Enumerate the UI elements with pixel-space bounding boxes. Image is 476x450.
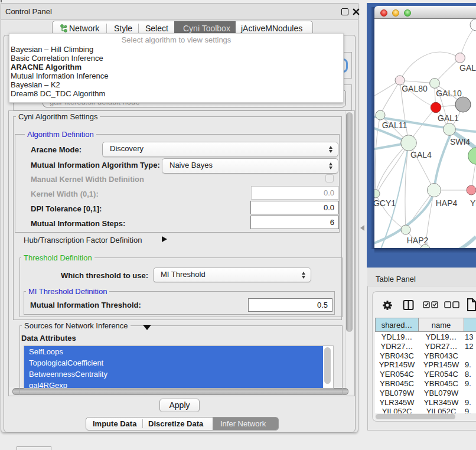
svg-text:GCY1: GCY1 <box>374 198 396 208</box>
svg-text:GAL7: GAL7 <box>459 63 476 73</box>
svg-text:GAL10: GAL10 <box>436 89 462 98</box>
svg-text:GAL4: GAL4 <box>410 150 432 159</box>
svg-text:YM: YM <box>470 198 476 208</box>
svg-text:GAL11: GAL11 <box>382 120 407 130</box>
svg-text:GAL1: GAL1 <box>438 113 459 123</box>
svg-text:HAP4: HAP4 <box>436 198 458 208</box>
svg-text:SWI4: SWI4 <box>450 137 470 146</box>
svg-text:HAP2: HAP2 <box>407 236 429 245</box>
svg-text:GAL80: GAL80 <box>402 84 428 93</box>
